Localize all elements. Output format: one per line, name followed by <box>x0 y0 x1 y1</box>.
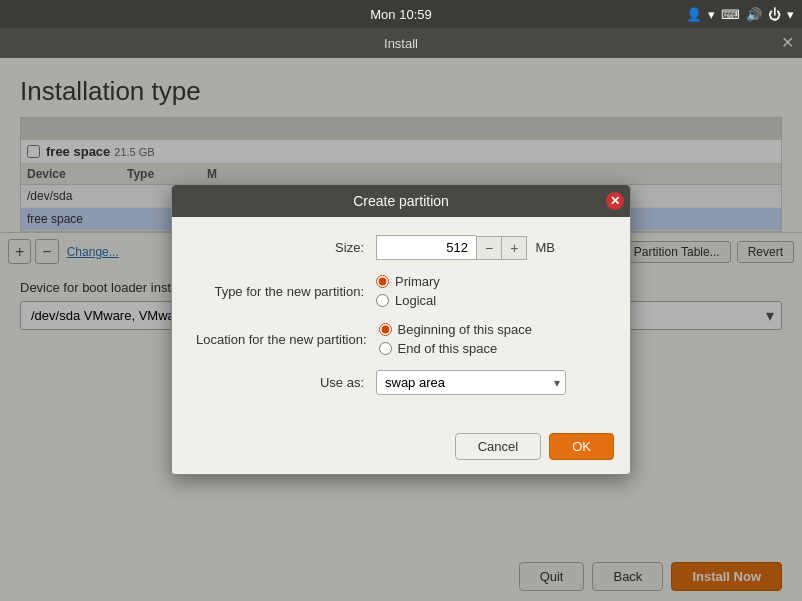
modal-cancel-button[interactable]: Cancel <box>455 433 541 460</box>
size-decrease-button[interactable]: − <box>476 236 501 260</box>
use-as-label: Use as: <box>196 375 376 390</box>
size-unit: MB <box>535 240 555 255</box>
person-icon[interactable]: 👤 <box>686 7 702 22</box>
system-time: Mon 10:59 <box>370 7 431 22</box>
location-end-label: End of this space <box>398 341 498 356</box>
modal-close-button[interactable]: ✕ <box>606 192 624 210</box>
modal-footer: Cancel OK <box>172 427 630 474</box>
use-as-row: Use as: swap area Ext4 journaling file s… <box>196 370 606 395</box>
location-controls: Beginning of this space End of this spac… <box>379 322 532 356</box>
location-beginning-label: Beginning of this space <box>398 322 532 337</box>
type-primary-radio[interactable] <box>376 275 389 288</box>
type-logical-option[interactable]: Logical <box>376 293 440 308</box>
power-icon[interactable]: ⏻ <box>768 7 781 22</box>
window-close-button[interactable]: ✕ <box>781 35 794 51</box>
partition-type-controls: Primary Logical <box>376 274 440 308</box>
location-beginning-option[interactable]: Beginning of this space <box>379 322 532 337</box>
modal-body: Size: − + MB Type for the new partition: <box>172 217 630 427</box>
install-title: Install <box>384 36 418 51</box>
type-primary-label: Primary <box>395 274 440 289</box>
use-as-wrapper: swap area Ext4 journaling file system Ex… <box>376 370 566 395</box>
type-logical-radio[interactable] <box>376 294 389 307</box>
modal-ok-button[interactable]: OK <box>549 433 614 460</box>
location-beginning-radio[interactable] <box>379 323 392 336</box>
size-input[interactable] <box>376 235 476 260</box>
network-icon[interactable]: ⌨ <box>721 7 740 22</box>
type-logical-label: Logical <box>395 293 436 308</box>
partition-type-label: Type for the new partition: <box>196 284 376 299</box>
modal-titlebar: Create partition ✕ <box>172 185 630 217</box>
modal-overlay: Create partition ✕ Size: − + MB <box>0 58 802 601</box>
chevron-down-icon[interactable]: ▾ <box>708 7 715 22</box>
power-arrow-icon[interactable]: ▾ <box>787 7 794 22</box>
volume-icon[interactable]: 🔊 <box>746 7 762 22</box>
size-input-group: − + MB <box>376 235 555 260</box>
location-row: Location for the new partition: Beginnin… <box>196 322 606 356</box>
system-bar: Mon 10:59 👤 ▾ ⌨ 🔊 ⏻ ▾ <box>0 0 802 28</box>
partition-type-row: Type for the new partition: Primary Logi… <box>196 274 606 308</box>
location-label: Location for the new partition: <box>196 332 379 347</box>
size-row: Size: − + MB <box>196 235 606 260</box>
modal-title: Create partition <box>353 193 449 209</box>
size-label: Size: <box>196 240 376 255</box>
type-primary-option[interactable]: Primary <box>376 274 440 289</box>
use-as-select[interactable]: swap area Ext4 journaling file system Ex… <box>376 370 566 395</box>
size-increase-button[interactable]: + <box>501 236 527 260</box>
main-content: Installation type free space 21.5 GB Dev… <box>0 58 802 601</box>
create-partition-modal: Create partition ✕ Size: − + MB <box>171 184 631 475</box>
location-end-radio[interactable] <box>379 342 392 355</box>
location-end-option[interactable]: End of this space <box>379 341 532 356</box>
system-bar-right: 👤 ▾ ⌨ 🔊 ⏻ ▾ <box>686 7 794 22</box>
install-titlebar: Install ✕ <box>0 28 802 58</box>
